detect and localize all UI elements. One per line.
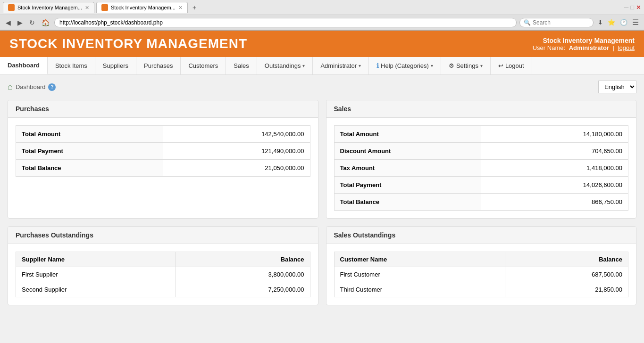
table-header-row: Customer Name Balance: [334, 252, 628, 267]
table-row: Third Customer 21,850.00: [334, 282, 628, 297]
search-icon: 🔍: [524, 19, 531, 26]
browser-tab-1[interactable]: Stock Inventory Managem... ✕: [3, 2, 94, 13]
tab-label-1: Stock Inventory Managem...: [17, 5, 82, 10]
supplier-name-1: First Supplier: [16, 267, 176, 282]
nav-item-customers[interactable]: Customers: [181, 57, 226, 74]
forward-button[interactable]: ▶: [16, 18, 25, 27]
sales-card: Sales Total Amount 14,180,000.00 Discoun…: [326, 100, 637, 219]
sales-label: Sales: [234, 62, 249, 69]
table-row: Discount Amount 704,650.00: [334, 143, 628, 160]
minimize-button[interactable]: ─: [624, 4, 628, 11]
purchases-card-header: Purchases: [8, 100, 318, 118]
administrator-caret: ▾: [359, 63, 361, 68]
sales-discount-label: Discount Amount: [334, 143, 481, 160]
purchases-outstandings-body: Supplier Name Balance First Supplier 3,8…: [8, 244, 318, 305]
language-selector[interactable]: English Arabic: [598, 81, 636, 93]
username: Administrator: [569, 44, 609, 51]
tab-close-1[interactable]: ✕: [85, 5, 89, 11]
separator: |: [613, 44, 614, 51]
customer-balance-col-header: Balance: [505, 252, 628, 267]
home-icon[interactable]: ⌂: [8, 82, 13, 92]
sales-balance-label: Total Balance: [334, 194, 481, 211]
app-title: STOCK INVENTORY MANAGEMENT: [9, 36, 247, 51]
nav-item-settings[interactable]: ⚙ Settings ▾: [441, 57, 491, 74]
sales-outstandings-body: Customer Name Balance First Customer 687…: [326, 244, 636, 305]
nav-item-suppliers[interactable]: Suppliers: [95, 57, 136, 74]
customers-label: Customers: [188, 62, 218, 69]
purchases-outstandings-header: Purchases Outstandings: [8, 227, 318, 244]
breadcrumb: ⌂ Dashboard ?: [8, 82, 56, 92]
customer-name-1: First Customer: [334, 267, 505, 282]
sales-stats-table: Total Amount 14,180,000.00 Discount Amou…: [334, 125, 629, 211]
new-tab-button[interactable]: +: [190, 3, 199, 12]
dashboard-nav-label: Dashboard: [8, 62, 40, 69]
settings-caret: ▾: [480, 63, 483, 68]
outstandings-label: Outstandings: [265, 62, 301, 69]
purchases-outstandings-table: Supplier Name Balance First Supplier 3,8…: [16, 252, 310, 297]
purchases-total-balance-value: 21,050,000.00: [163, 160, 310, 177]
user-label-row: User Name: Administrator | logout: [533, 44, 635, 51]
nav-bar: Dashboard Stock Items Suppliers Purchase…: [0, 57, 644, 75]
purchases-stats-table: Total Amount 142,540,000.00 Total Paymen…: [16, 125, 310, 177]
tab-close-2[interactable]: ✕: [178, 5, 183, 11]
supplier-balance-1: 3,800,000.00: [176, 267, 310, 282]
table-row: First Customer 687,500.00: [334, 267, 628, 282]
user-info: Stock Inventory Management User Name: Ad…: [533, 37, 635, 51]
table-row: First Supplier 3,800,000.00: [16, 267, 310, 282]
menu-button[interactable]: ☰: [631, 17, 640, 28]
nav-item-purchases[interactable]: Purchases: [136, 57, 181, 74]
home-nav-button[interactable]: 🏠: [40, 18, 51, 27]
table-header-row: Supplier Name Balance: [16, 252, 310, 267]
nav-item-dashboard[interactable]: Dashboard: [0, 57, 48, 74]
browser-nav: ◀ ▶ ↻ 🏠 🔍 ⬇ ⭐ 🕐 ☰: [0, 15, 644, 30]
nav-item-sales[interactable]: Sales: [226, 57, 257, 74]
logout-nav-label: Logout: [505, 62, 524, 69]
nav-item-administrator[interactable]: Administrator ▾: [313, 57, 369, 74]
purchases-label: Purchases: [144, 62, 173, 69]
help-label: Help (Categories): [381, 62, 429, 69]
sales-balance-value: 866,750.00: [481, 194, 628, 211]
nav-item-stock-items[interactable]: Stock Items: [48, 57, 95, 74]
sales-outstandings-header: Sales Outstandings: [326, 227, 636, 244]
sales-discount-value: 704,650.00: [481, 143, 628, 160]
refresh-button[interactable]: ↻: [27, 18, 37, 27]
language-dropdown[interactable]: English Arabic: [598, 81, 636, 93]
address-input[interactable]: [59, 19, 511, 26]
help-icon-circle: ℹ: [376, 62, 379, 69]
logout-icon: ↩: [498, 62, 503, 69]
nav-item-outstandings[interactable]: Outstandings ▾: [257, 57, 313, 74]
sales-tax-value: 1,418,000.00: [481, 160, 628, 177]
administrator-label: Administrator: [320, 62, 357, 69]
history-button[interactable]: 🕐: [619, 17, 629, 28]
sales-tax-label: Tax Amount: [334, 160, 481, 177]
back-button[interactable]: ◀: [4, 18, 13, 27]
breadcrumb-help-icon[interactable]: ?: [48, 83, 56, 91]
sales-payment-label: Total Payment: [334, 177, 481, 194]
purchases-card: Purchases Total Amount 142,540,000.00 To…: [8, 100, 318, 219]
supplier-name-col-header: Supplier Name: [16, 252, 176, 267]
download-button[interactable]: ⬇: [596, 17, 604, 28]
purchases-card-body: Total Amount 142,540,000.00 Total Paymen…: [8, 118, 318, 184]
stock-items-label: Stock Items: [55, 62, 87, 69]
bookmark-button[interactable]: ⭐: [606, 17, 617, 28]
table-row: Total Balance 21,050,000.00: [16, 160, 310, 177]
logout-link[interactable]: logout: [618, 44, 635, 51]
customer-name-col-header: Customer Name: [334, 252, 505, 267]
address-bar[interactable]: [54, 18, 517, 27]
close-button[interactable]: ✕: [636, 4, 641, 11]
search-input[interactable]: [533, 19, 589, 26]
supplier-name-2: Second Supplier: [16, 282, 176, 297]
nav-item-logout[interactable]: ↩ Logout: [491, 57, 532, 74]
nav-item-help[interactable]: ℹ Help (Categories) ▾: [369, 57, 441, 74]
search-bar[interactable]: 🔍: [519, 18, 594, 27]
settings-label: Settings: [456, 62, 478, 69]
supplier-balance-2: 7,250,000.00: [176, 282, 310, 297]
tab-label-2: Stock Inventory Managem...: [111, 5, 176, 10]
dashboard-grid: Purchases Total Amount 142,540,000.00 To…: [8, 100, 636, 305]
table-row: Total Amount 142,540,000.00: [16, 126, 310, 143]
sales-payment-value: 14,026,600.00: [481, 177, 628, 194]
browser-tab-2[interactable]: Stock Inventory Managem... ✕: [96, 2, 188, 13]
sales-outstandings-card: Sales Outstandings Customer Name Balance…: [326, 226, 637, 305]
maximize-button[interactable]: □: [630, 4, 634, 11]
page-content: ⌂ Dashboard ? English Arabic Purchases T…: [0, 75, 644, 311]
